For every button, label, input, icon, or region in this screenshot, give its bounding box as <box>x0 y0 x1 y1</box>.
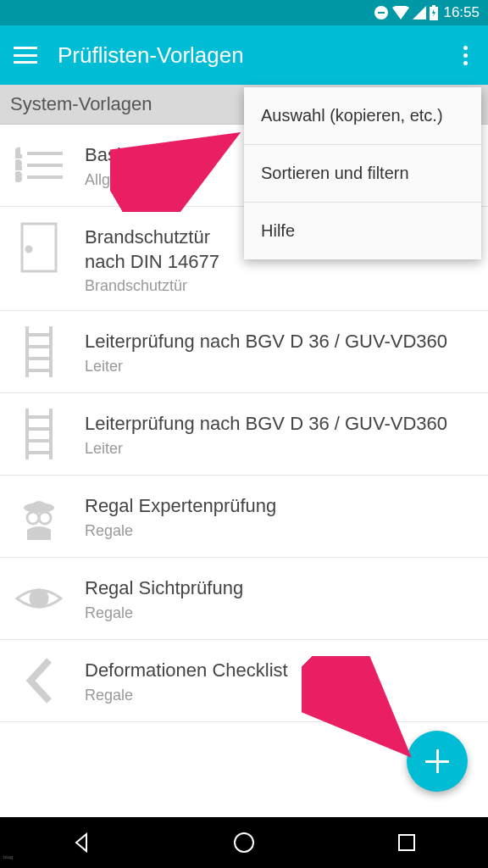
more-button[interactable] <box>457 39 474 72</box>
svg-point-25 <box>27 512 39 524</box>
signal-icon <box>413 6 426 19</box>
nav-back-button[interactable] <box>69 831 93 854</box>
menu-item-selection[interactable]: Auswahl (kopieren, etc.) <box>244 87 481 145</box>
status-time: 16:55 <box>443 4 480 21</box>
list-item[interactable]: Leiterprüfung nach BGV D 36 / GUV-VD360L… <box>0 311 488 393</box>
menu-item-help[interactable]: Hilfe <box>244 203 481 259</box>
svg-point-11 <box>26 247 31 252</box>
list-item[interactable]: Regal SichtprüfungRegale <box>0 558 488 640</box>
ladder-icon <box>14 326 64 377</box>
menu-button[interactable] <box>14 47 37 64</box>
svg-text:1: 1 <box>15 147 21 159</box>
svg-point-26 <box>39 512 51 524</box>
add-button[interactable] <box>407 731 468 792</box>
svg-text:2: 2 <box>15 159 21 171</box>
navigation-bar <box>0 817 488 868</box>
item-sub: Leiter <box>85 358 474 376</box>
svg-text:3: 3 <box>15 171 21 183</box>
overflow-menu: Auswahl (kopieren, etc.) Sortieren und f… <box>244 87 481 259</box>
list-item[interactable]: Leiterprüfung nach BGV D 36 / GUV-VD360L… <box>0 393 488 476</box>
eye-icon <box>14 573 64 624</box>
item-title: Regal Expertenprüfung <box>85 494 474 519</box>
door-icon <box>14 222 64 273</box>
item-sub: Regale <box>85 604 474 622</box>
wifi-icon <box>392 6 409 19</box>
watermark: blog <box>3 854 13 860</box>
battery-icon <box>430 5 438 20</box>
status-bar: 16:55 <box>0 0 488 25</box>
svg-rect-31 <box>399 835 414 850</box>
svg-rect-1 <box>378 12 385 14</box>
item-title: Leiterprüfung nach BGV D 36 / GUV-VD360 <box>85 412 474 437</box>
list-item[interactable]: Deformationen ChecklistRegale <box>0 640 488 722</box>
item-sub: Leiter <box>85 440 474 458</box>
item-title: Leiterprüfung nach BGV D 36 / GUV-VD360 <box>85 330 474 354</box>
dnd-icon <box>374 5 389 20</box>
svg-point-30 <box>235 833 253 852</box>
spy-icon <box>14 491 64 542</box>
nav-home-button[interactable] <box>232 831 256 854</box>
chevron-left-icon <box>14 655 64 706</box>
item-sub: Brandschutztür <box>85 277 474 295</box>
item-sub: Regale <box>85 687 474 704</box>
status-icons <box>374 5 438 20</box>
svg-rect-3 <box>432 5 435 7</box>
item-sub: Regale <box>85 522 474 540</box>
ladder-icon <box>14 409 64 459</box>
list-icon: 123 <box>14 140 64 191</box>
item-title: Regal Sichtprüfung <box>85 576 474 601</box>
app-title: Prüflisten-Vorlagen <box>58 42 457 69</box>
nav-recent-button[interactable] <box>395 831 419 854</box>
svg-point-27 <box>30 590 47 607</box>
list-item[interactable]: Regal ExpertenprüfungRegale <box>0 476 488 558</box>
menu-item-sort-filter[interactable]: Sortieren und filtern <box>244 145 481 203</box>
app-bar: Prüflisten-Vorlagen <box>0 25 488 85</box>
item-title: Deformationen Checklist <box>85 659 474 683</box>
